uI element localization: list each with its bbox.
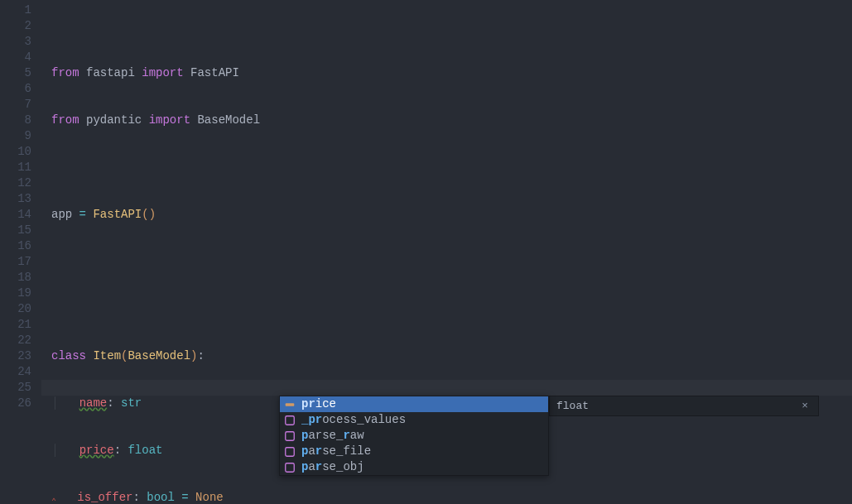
autocomplete-label: parse_raw — [301, 428, 364, 444]
line-number: 14 — [0, 207, 31, 223]
current-line-highlight — [41, 380, 852, 396]
operator: = — [79, 208, 94, 221]
line-number: 17 — [0, 254, 31, 270]
autocomplete-label: parse_file — [301, 444, 371, 459]
line-number: 16 — [0, 238, 31, 254]
line-number: 7 — [0, 97, 31, 113]
autocomplete-item[interactable]: parse_raw — [280, 428, 548, 444]
autocomplete-label: _process_values — [301, 412, 406, 428]
kw-import: import — [149, 113, 198, 127]
autocomplete-label: parse_obj — [301, 459, 364, 475]
type-annotation: bool — [147, 491, 181, 504]
line-number: 6 — [0, 81, 31, 97]
line-number: 9 — [0, 128, 31, 144]
class-ref: FastAPI — [93, 208, 142, 221]
close-icon[interactable]: × — [798, 398, 811, 414]
line-number: 2 — [0, 18, 31, 34]
field-name: name — [79, 396, 108, 410]
line-number: 5 — [0, 65, 31, 81]
symbol: BaseModel — [197, 113, 260, 127]
kw-class: class — [51, 349, 93, 362]
line-number: 10 — [0, 144, 31, 160]
class-base: BaseModel — [128, 349, 190, 362]
line-number: 20 — [0, 301, 31, 317]
line-number: 23 — [0, 348, 31, 364]
colon: : — [132, 491, 147, 504]
line-number: 11 — [0, 160, 31, 175]
variable: app — [51, 208, 79, 221]
method-icon — [283, 461, 296, 474]
autocomplete-popup[interactable]: price_process_valuesparse_rawparse_filep… — [279, 396, 549, 476]
svg-rect-2 — [286, 431, 295, 440]
autocomplete-item[interactable]: parse_obj — [280, 459, 548, 475]
none-literal: None — [195, 491, 224, 504]
colon: : — [114, 444, 128, 457]
svg-rect-3 — [286, 447, 295, 456]
line-number: 22 — [0, 333, 31, 348]
lint-marker: ⌃ — [51, 497, 56, 504]
operator: = — [181, 491, 195, 504]
colon: : — [107, 396, 121, 410]
svg-rect-0 — [286, 403, 295, 406]
paren: ) — [149, 208, 156, 221]
line-number: 1 — [0, 2, 31, 18]
type-hint-popup: float × — [549, 396, 819, 416]
line-number: 4 — [0, 50, 31, 65]
module-name: fastapi — [86, 66, 142, 79]
line-number-gutter: 1234567891011121314151617181920212223242… — [0, 0, 41, 504]
autocomplete-item[interactable]: parse_file — [280, 444, 548, 459]
line-number: 26 — [0, 396, 31, 411]
line-number: 19 — [0, 286, 31, 301]
autocomplete-item[interactable]: _process_values — [280, 412, 548, 428]
line-number: 21 — [0, 317, 31, 333]
method-icon — [283, 414, 296, 427]
field-icon — [283, 398, 296, 411]
module-name: pydantic — [86, 113, 149, 127]
autocomplete-label: price — [301, 396, 336, 412]
line-number: 25 — [0, 380, 31, 396]
svg-rect-4 — [286, 463, 295, 472]
field-name: price — [79, 444, 114, 457]
line-number: 12 — [0, 175, 31, 191]
type-annotation: str — [121, 396, 142, 410]
symbol: FastAPI — [190, 66, 239, 79]
type-hint-text: float — [556, 398, 589, 414]
type-annotation: float — [128, 444, 162, 457]
field-name: is_offer — [77, 491, 132, 504]
kw-from: from — [51, 66, 86, 79]
autocomplete-item[interactable]: price — [280, 396, 548, 412]
method-icon — [283, 430, 296, 443]
colon: : — [197, 349, 204, 362]
line-number: 15 — [0, 223, 31, 238]
kw-import: import — [142, 66, 190, 79]
line-number: 3 — [0, 34, 31, 50]
line-number: 24 — [0, 364, 31, 380]
line-number: 8 — [0, 113, 31, 128]
line-number: 18 — [0, 270, 31, 286]
paren: ( — [142, 208, 148, 221]
class-name: Item — [93, 349, 121, 362]
svg-rect-1 — [286, 415, 295, 425]
kw-from: from — [51, 113, 86, 127]
line-number: 13 — [0, 191, 31, 207]
method-icon — [283, 445, 296, 458]
